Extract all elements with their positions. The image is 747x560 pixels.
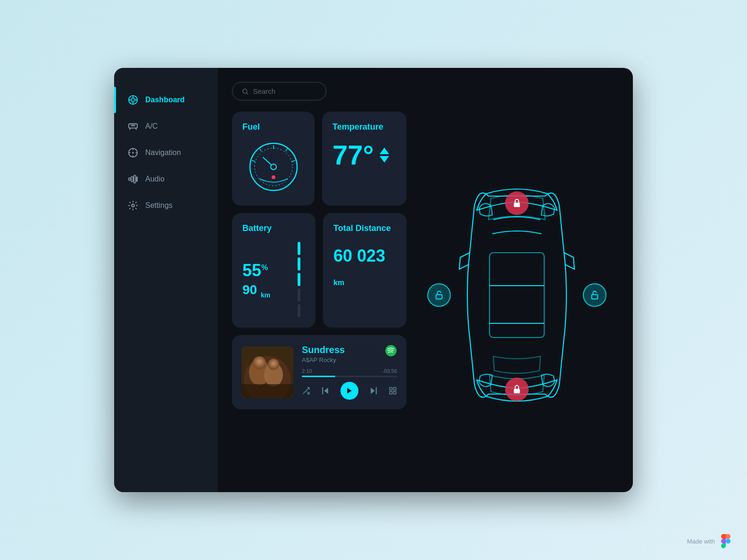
battery-values: 55% 90 km <box>242 261 270 299</box>
music-title-group: Sundress A$AP Rocky <box>302 345 345 363</box>
progress-container: 2:10 -03:56 <box>302 368 397 377</box>
navigation-icon <box>127 147 139 158</box>
battery-bar-5 <box>298 304 300 317</box>
second-row: Battery 55% 90 km <box>232 213 407 328</box>
battery-content: 55% 90 km <box>242 242 305 317</box>
lock-top-icon <box>512 198 522 208</box>
arrow-down-icon <box>380 156 389 163</box>
song-title: Sundress <box>302 345 345 355</box>
search-input[interactable] <box>253 87 316 95</box>
svg-rect-56 <box>514 203 520 207</box>
arrow-up-icon <box>380 148 389 154</box>
sidebar-label-ac: A/C <box>145 122 158 131</box>
prev-button[interactable] <box>321 386 330 395</box>
next-button[interactable] <box>369 386 378 395</box>
lock-button-bottom[interactable] <box>505 378 529 401</box>
svg-point-41 <box>385 345 397 356</box>
battery-bar-visual <box>298 242 305 317</box>
lock-right-icon <box>589 290 600 300</box>
dashboard-grid: Fuel <box>232 112 619 478</box>
svg-point-21 <box>132 204 134 207</box>
sidebar-label-audio: Audio <box>145 175 165 183</box>
left-panels: Fuel <box>232 112 407 478</box>
gauge-container <box>242 139 304 195</box>
temperature-title: Temperature <box>332 122 396 132</box>
progress-bar[interactable] <box>302 376 397 377</box>
temperature-card: Temperature 77° <box>322 112 407 206</box>
music-header: Sundress A$AP Rocky <box>302 345 397 363</box>
album-art-image <box>241 346 293 398</box>
play-button[interactable] <box>340 382 358 400</box>
fuel-gauge <box>245 139 302 195</box>
battery-bar-1 <box>298 242 300 255</box>
sidebar-item-navigation[interactable]: Navigation <box>114 140 218 166</box>
svg-point-32 <box>271 164 276 170</box>
lock-button-top[interactable] <box>505 191 529 215</box>
lock-button-left[interactable] <box>427 283 451 307</box>
music-card: Sundress A$AP Rocky <box>232 335 407 409</box>
sidebar-item-ac[interactable]: A/C <box>114 113 218 140</box>
figma-logo <box>719 532 733 551</box>
battery-title: Battery <box>242 223 305 233</box>
distance-card: Total Distance 60 023 km <box>323 213 407 328</box>
top-row: Fuel <box>232 112 407 206</box>
music-controls <box>302 382 397 400</box>
svg-point-37 <box>253 356 266 370</box>
sidebar-item-audio[interactable]: Audio <box>114 166 218 192</box>
sidebar-label-navigation: Navigation <box>145 148 181 157</box>
album-art-svg <box>241 346 293 398</box>
svg-point-39 <box>268 359 279 370</box>
battery-card: Battery 55% 90 km <box>232 213 315 328</box>
settings-icon <box>127 200 139 211</box>
sidebar-label-settings: Settings <box>145 201 173 210</box>
svg-rect-59 <box>514 389 520 393</box>
svg-marker-44 <box>324 387 328 394</box>
lock-bottom-icon <box>512 384 522 395</box>
progress-times: 2:10 -03:56 <box>302 368 397 374</box>
artist-name: A$AP Rocky <box>302 356 345 363</box>
fuel-card: Fuel <box>232 112 315 206</box>
audio-icon <box>127 173 139 185</box>
dashboard-icon <box>127 94 139 106</box>
distance-title: Total Distance <box>333 223 396 234</box>
svg-rect-52 <box>394 392 396 394</box>
svg-rect-58 <box>592 295 598 299</box>
shuffle-button[interactable] <box>302 387 310 395</box>
current-time: 2:10 <box>302 368 312 374</box>
svg-rect-18 <box>131 177 133 182</box>
lock-left-icon <box>434 290 444 300</box>
progress-fill <box>302 376 335 377</box>
sidebar-item-settings[interactable]: Settings <box>114 192 218 219</box>
main-container: Dashboard A/C <box>114 68 633 492</box>
svg-marker-46 <box>347 388 351 394</box>
ac-icon <box>127 121 139 132</box>
search-icon <box>242 88 249 95</box>
svg-line-28 <box>292 160 295 162</box>
svg-line-23 <box>246 92 248 94</box>
figma-watermark: Made with <box>687 532 733 551</box>
svg-marker-47 <box>371 387 374 394</box>
battery-km: 90 km <box>242 282 270 299</box>
lock-button-right[interactable] <box>583 283 606 307</box>
svg-rect-17 <box>129 178 131 181</box>
fuel-title: Fuel <box>242 122 304 132</box>
svg-point-33 <box>272 175 275 179</box>
search-bar[interactable] <box>232 82 326 100</box>
svg-rect-57 <box>436 295 442 299</box>
sidebar-label-dashboard: Dashboard <box>145 96 185 104</box>
svg-line-27 <box>286 148 288 151</box>
battery-bar-2 <box>298 257 300 271</box>
svg-point-12 <box>132 152 134 154</box>
sidebar: Dashboard A/C <box>114 68 218 492</box>
music-info: Sundress A$AP Rocky <box>302 345 397 400</box>
svg-rect-19 <box>134 175 136 183</box>
temperature-value: 77° <box>332 141 396 169</box>
distance-value: 60 023 km <box>333 246 396 287</box>
battery-bar-4 <box>298 288 300 302</box>
queue-button[interactable] <box>389 387 397 395</box>
sidebar-item-dashboard[interactable]: Dashboard <box>114 87 218 113</box>
svg-rect-40 <box>241 384 293 398</box>
car-section <box>415 112 619 478</box>
battery-bar-3 <box>298 273 300 286</box>
svg-line-29 <box>252 160 255 162</box>
